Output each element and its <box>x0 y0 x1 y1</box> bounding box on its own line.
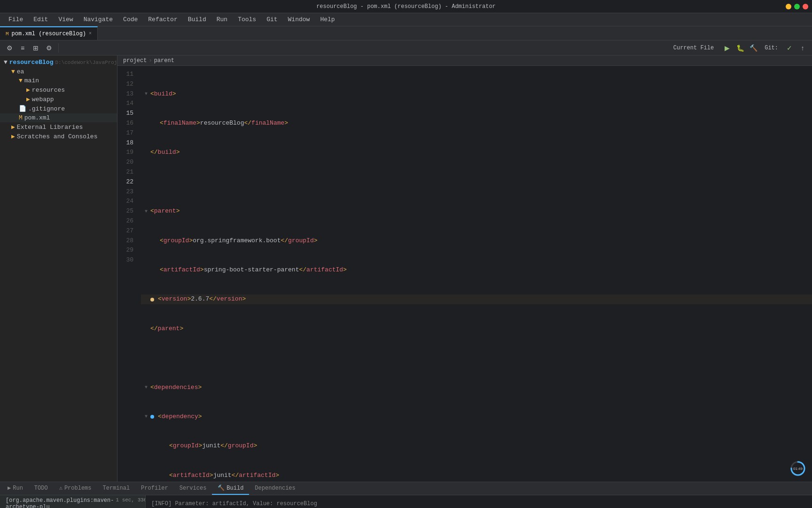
fold-icon-11[interactable]: ▼ <box>143 91 149 97</box>
code-line-13: </build> <box>141 148 812 158</box>
tab-run[interactable]: ▶ Run <box>2 482 29 495</box>
sidebar-item-scratches[interactable]: ▶ Scratches and Consoles <box>0 132 117 141</box>
menu-item-help[interactable]: Help <box>315 15 339 24</box>
build-label: Build <box>226 485 243 492</box>
build-item-archetype[interactable]: [org.apache.maven.plugins:maven-archetyp… <box>0 495 145 508</box>
expand-all-button[interactable]: ⊞ <box>30 42 41 54</box>
code-line-15: ▼ <parent> <box>141 206 812 216</box>
git-update-button[interactable]: ↑ <box>797 42 808 54</box>
build-output[interactable]: [INFO] Parameter: artifactId, Value: res… <box>146 495 812 508</box>
sidebar-item-external-libraries[interactable]: ▶ External Libraries <box>0 122 117 132</box>
line-num-18: 18 <box>117 138 137 148</box>
gear-button[interactable]: ⚙ <box>43 42 55 54</box>
git-check-button[interactable]: ✓ <box>784 42 795 54</box>
menu-item-tools[interactable]: Tools <box>233 15 261 24</box>
code-line-21: ▼ <dependencies> <box>141 383 812 393</box>
line-num-14: 14 <box>117 99 137 109</box>
menu-item-run[interactable]: Run <box>212 15 232 24</box>
tab-todo[interactable]: TODO <box>29 482 54 495</box>
menu-item-window[interactable]: Window <box>283 15 315 24</box>
code-line-22: ▼ <dependency> <box>141 412 812 422</box>
code-line-18: <version>2.6.7</version> <box>141 294 812 304</box>
tab-profiler[interactable]: Profiler <box>135 482 174 495</box>
menu-item-file[interactable]: File <box>4 15 28 24</box>
sidebar: ▼ resourceBlog D:\codeWork\JavaProject\r… <box>0 56 117 482</box>
project-header[interactable]: ▼ resourceBlog D:\codeWork\JavaProject\r… <box>0 57 117 67</box>
menu-item-navigate[interactable]: Navigate <box>79 15 117 24</box>
code-content[interactable]: ▼ <build> <finalName>resourceBlog</final… <box>141 66 812 482</box>
problems-icon: ⚠ <box>59 484 62 492</box>
fold-icon-24 <box>143 472 149 479</box>
build-button[interactable]: 🔨 <box>748 42 759 54</box>
bottom-content: [org.apache.maven.plugins:maven-archetyp… <box>0 495 812 508</box>
code-line-14 <box>141 177 812 187</box>
tab-dependencies[interactable]: Dependencies <box>249 482 301 495</box>
menu-item-git[interactable]: Git <box>262 15 282 24</box>
tab-build[interactable]: 🔨 Build <box>212 482 249 495</box>
code-line-19: </parent> <box>141 324 812 334</box>
bottom-tabs: ▶ Run TODO ⚠ Problems Terminal Profiler … <box>0 482 812 495</box>
line-num-12: 12 <box>117 79 137 89</box>
line-num-11: 11 <box>117 70 137 79</box>
sidebar-item-main[interactable]: ▼ main <box>0 76 117 85</box>
line-num-26: 26 <box>117 216 137 226</box>
sidebar-item-webapp[interactable]: ▶ webapp <box>0 95 117 104</box>
menu-item-edit[interactable]: Edit <box>29 15 53 24</box>
tab-icon: M <box>6 31 9 37</box>
tab-terminal[interactable]: Terminal <box>97 482 136 495</box>
sidebar-label-webapp: webapp <box>32 96 54 103</box>
menu-item-build[interactable]: Build <box>183 15 211 24</box>
settings-button[interactable]: ⚙ <box>4 42 15 54</box>
tab-pom-xml[interactable]: M pom.xml (resourceBlog) × <box>0 26 98 40</box>
run-button[interactable]: ▶ <box>721 42 733 54</box>
sidebar-label-gitignore: .gitignore <box>28 105 65 112</box>
code-line-11: ▼ <build> <box>141 89 812 99</box>
project-name: resourceBlog <box>9 59 54 66</box>
breadcrumb-parent[interactable]: parent <box>154 57 174 64</box>
line-num-30: 30 <box>117 255 137 265</box>
line-num-16: 16 <box>117 119 137 128</box>
fold-icon-14 <box>143 179 149 185</box>
breadcrumb-separator: › <box>148 57 152 64</box>
line-num-13: 13 <box>117 89 137 99</box>
line-num-24: 24 <box>117 197 137 206</box>
collapse-all-button[interactable]: ≡ <box>17 42 28 54</box>
sidebar-label-main: main <box>24 77 39 84</box>
title-bar: resourceBlog - pom.xml (resourceBlog) - … <box>0 0 812 13</box>
warning-indicator-18 <box>150 298 154 302</box>
folder-icon: ▶ <box>26 95 30 103</box>
sidebar-item-pomxml[interactable]: M pom.xml <box>0 113 117 122</box>
services-label: Services <box>180 485 207 492</box>
sidebar-item-ea[interactable]: ▼ ea <box>0 67 117 76</box>
problems-label: Problems <box>64 485 92 492</box>
tab-close-button[interactable]: × <box>89 31 92 36</box>
progress-text: 01:49 <box>793 467 803 471</box>
tab-problems[interactable]: ⚠ Problems <box>54 482 97 495</box>
fold-icon-21[interactable]: ▼ <box>143 384 149 391</box>
fold-icon-13 <box>143 150 149 156</box>
fold-icon-18 <box>143 296 149 303</box>
tab-services[interactable]: Services <box>174 482 212 495</box>
line-num-28: 28 <box>117 236 137 246</box>
menu-item-code[interactable]: Code <box>118 15 142 24</box>
sidebar-item-resources[interactable]: ▶ resources <box>0 85 117 95</box>
folder-icon: ▼ <box>19 77 23 84</box>
close-button[interactable] <box>803 4 808 9</box>
menu-item-view[interactable]: View <box>54 15 78 24</box>
sidebar-item-gitignore[interactable]: 📄 .gitignore <box>0 104 117 113</box>
fold-icon-17 <box>143 267 149 273</box>
tab-label: pom.xml (resourceBlog) <box>12 31 86 37</box>
run-icon: ▶ <box>8 484 11 492</box>
breadcrumb-project[interactable]: project <box>123 57 147 64</box>
minimize-button[interactable] <box>786 4 791 9</box>
fold-icon-22[interactable]: ▼ <box>143 413 149 420</box>
project-path: D:\codeWork\JavaProject\resourceBlog <box>55 60 117 65</box>
line-num-20: 20 <box>117 158 137 167</box>
fold-icon-12 <box>143 120 149 127</box>
line-num-22: 22 <box>117 177 137 187</box>
maximize-button[interactable] <box>794 4 800 9</box>
fold-icon-15[interactable]: ▼ <box>143 208 149 215</box>
line-num-21: 21 <box>117 167 137 177</box>
menu-item-refactor[interactable]: Refactor <box>143 15 182 24</box>
debug-button[interactable]: 🐛 <box>734 42 746 54</box>
